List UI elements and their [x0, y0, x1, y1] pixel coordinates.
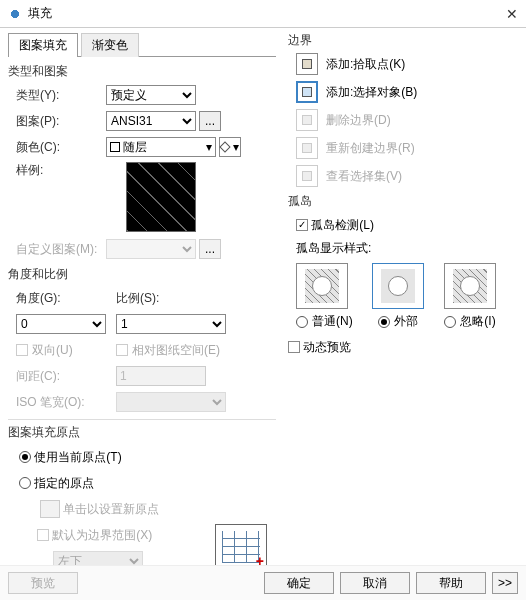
select-object-icon[interactable] [296, 81, 318, 103]
custom-pattern-select [106, 239, 196, 259]
ok-button[interactable]: 确定 [264, 572, 334, 594]
preview-button: 预览 [8, 572, 78, 594]
titlebar: 填充 ✕ [0, 0, 526, 28]
view-selection-icon [296, 165, 318, 187]
group-angle: 角度和比例 角度(G): 比例(S): 0 1 双向(U) 相对图纸空间(E) … [8, 266, 276, 413]
expand-button[interactable]: >> [492, 572, 518, 594]
recreate-boundary-icon [296, 137, 318, 159]
paperspace-checkbox [116, 344, 128, 356]
gap-label: 间距(C): [16, 368, 116, 385]
color-combo[interactable]: 随层 ▾ [106, 137, 216, 157]
group-boundary: 边界 添加:拾取点(K) 添加:选择对象(B) 删除边界(D) 重新创建边界(R… [288, 32, 496, 187]
tabs: 图案填充 渐变色 [8, 32, 276, 57]
use-current-label: 使用当前原点(T) [34, 449, 121, 466]
iso-label: ISO 笔宽(O): [16, 394, 116, 411]
tab-gradient[interactable]: 渐变色 [81, 33, 139, 57]
island-detect-checkbox[interactable] [296, 219, 308, 231]
scale-select[interactable]: 1 [116, 314, 226, 334]
island-normal-radio[interactable] [296, 316, 308, 328]
color-label: 颜色(C): [16, 139, 106, 156]
pick-point-label[interactable]: 添加:拾取点(K) [326, 56, 405, 73]
pattern-swatch[interactable] [126, 162, 196, 232]
bidir-checkbox [16, 344, 28, 356]
default-bound-checkbox [37, 529, 49, 541]
island-outer-radio[interactable] [378, 316, 390, 328]
island-detect-label: 孤岛检测(L) [311, 217, 374, 234]
gap-input: 1 [116, 366, 206, 386]
paperspace-label: 相对图纸空间(E) [132, 342, 220, 359]
window-title: 填充 [28, 5, 52, 22]
default-bound-label: 默认为边界范围(X) [52, 527, 152, 544]
help-button[interactable]: 帮助 [416, 572, 486, 594]
use-current-origin-radio[interactable] [19, 451, 31, 463]
color-swatch-icon [110, 142, 120, 152]
pick-point-icon[interactable] [296, 53, 318, 75]
island-style-label: 孤岛显示样式: [296, 240, 496, 257]
color-picker-button[interactable]: ▾ [219, 137, 241, 157]
view-selection-label: 查看选择集(V) [326, 168, 402, 185]
close-icon[interactable]: ✕ [506, 6, 518, 22]
select-object-label[interactable]: 添加:选择对象(B) [326, 84, 417, 101]
type-label: 类型(Y): [16, 87, 106, 104]
island-outer-button[interactable] [372, 263, 424, 309]
island-ignore-radio[interactable] [444, 316, 456, 328]
color-value: 随层 [123, 139, 147, 156]
chevron-down-icon: ▾ [206, 140, 212, 154]
scale-label: 比例(S): [116, 290, 206, 307]
specify-origin-radio[interactable] [19, 477, 31, 489]
island-title: 孤岛 [288, 193, 496, 210]
pick-origin-button [40, 500, 60, 518]
island-normal-label: 普通(N) [312, 313, 353, 330]
group-type: 类型和图案 类型(Y): 预定义 图案(P): ANSI31 ... 颜色(C)… [8, 63, 276, 260]
bidir-label: 双向(U) [32, 342, 73, 359]
angle-label: 角度(G): [16, 290, 116, 307]
boundary-title: 边界 [288, 32, 496, 49]
angle-select[interactable]: 0 [16, 314, 106, 334]
island-normal-button[interactable] [296, 263, 348, 309]
origin-thumbnail [215, 524, 267, 570]
pattern-browse-button[interactable]: ... [199, 111, 221, 131]
remove-boundary-icon [296, 109, 318, 131]
sample-label: 样例: [16, 162, 106, 179]
island-ignore-button[interactable] [444, 263, 496, 309]
custom-browse-button: ... [199, 239, 221, 259]
tab-hatch[interactable]: 图案填充 [8, 33, 78, 57]
footer: 预览 确定 取消 帮助 >> [0, 565, 526, 600]
island-outer-label: 外部 [394, 313, 418, 330]
remove-boundary-label: 删除边界(D) [326, 112, 391, 129]
click-set-label: 单击以设置新原点 [63, 501, 159, 518]
app-icon [8, 7, 22, 21]
cancel-button[interactable]: 取消 [340, 572, 410, 594]
specify-label: 指定的原点 [34, 475, 94, 492]
group-type-title: 类型和图案 [8, 63, 276, 80]
pattern-label: 图案(P): [16, 113, 106, 130]
group-island: 孤岛 孤岛检测(L) 孤岛显示样式: 普通(N) 外部 忽略(I) [288, 193, 496, 330]
group-origin-title: 图案填充原点 [8, 424, 276, 441]
custom-pattern-label: 自定义图案(M): [16, 241, 106, 258]
island-ignore-label: 忽略(I) [460, 313, 495, 330]
dynamic-preview-label: 动态预览 [303, 339, 351, 356]
recreate-boundary-label: 重新创建边界(R) [326, 140, 415, 157]
dynamic-preview-checkbox[interactable] [288, 341, 300, 353]
pattern-select[interactable]: ANSI31 [106, 111, 196, 131]
group-angle-title: 角度和比例 [8, 266, 276, 283]
type-select[interactable]: 预定义 [106, 85, 196, 105]
iso-select [116, 392, 226, 412]
